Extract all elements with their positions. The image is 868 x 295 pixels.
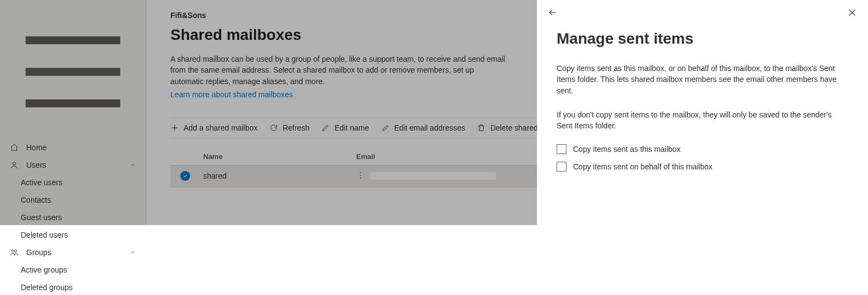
checkbox-icon xyxy=(557,162,566,172)
panel-paragraph-2: If you don't copy sent items to the mail… xyxy=(557,109,848,132)
svg-point-5 xyxy=(15,250,17,252)
close-icon xyxy=(847,8,857,17)
panel-title: Manage sent items xyxy=(557,30,848,48)
nav-groups[interactable]: Groups xyxy=(0,244,146,261)
modal-scrim[interactable] xyxy=(0,0,537,225)
nav-deleted-groups[interactable]: Deleted groups xyxy=(0,279,146,295)
nav-groups-label: Groups xyxy=(26,248,51,257)
groups-icon xyxy=(10,248,19,257)
chevron-up-icon xyxy=(129,249,136,256)
flyout-panel: Manage sent items Copy items sent as thi… xyxy=(537,0,868,295)
checkbox-sent-on-behalf[interactable]: Copy items sent on behalf of this mailbo… xyxy=(557,162,848,172)
nav-active-groups[interactable]: Active groups xyxy=(0,261,146,279)
checkbox-sent-as[interactable]: Copy items sent as this mailbox xyxy=(557,144,848,154)
close-button[interactable] xyxy=(847,8,857,19)
nav-deleted-users[interactable]: Deleted users xyxy=(0,226,146,244)
checkbox-icon xyxy=(557,144,566,154)
svg-point-4 xyxy=(11,250,14,252)
checkbox-sent-as-label: Copy items sent as this mailbox xyxy=(573,145,681,154)
panel-paragraph-1: Copy items sent as this mailbox, or on b… xyxy=(557,63,848,96)
arrow-left-icon xyxy=(548,8,558,17)
checkbox-sent-on-behalf-label: Copy items sent on behalf of this mailbo… xyxy=(573,162,712,171)
back-button[interactable] xyxy=(548,8,558,19)
